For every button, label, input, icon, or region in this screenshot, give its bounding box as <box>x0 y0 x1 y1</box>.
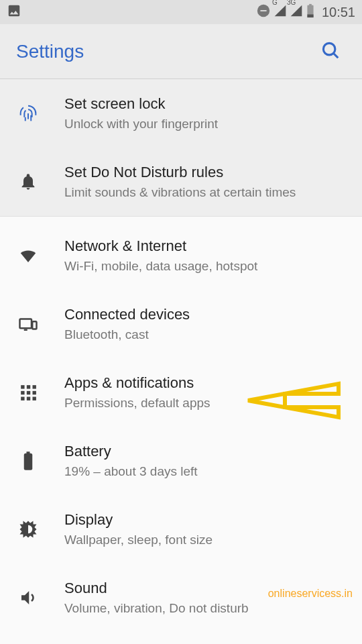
bell-icon <box>16 170 40 194</box>
svg-rect-19 <box>24 453 33 470</box>
item-subtitle: Volume, vibration, Do not disturb <box>64 601 249 616</box>
svg-rect-20 <box>27 451 30 454</box>
svg-rect-4 <box>307 15 313 18</box>
apps-grid-icon <box>16 380 40 405</box>
item-subtitle: Permissions, default apps <box>64 396 210 411</box>
svg-point-5 <box>323 43 335 55</box>
svg-rect-7 <box>20 319 32 329</box>
settings-list: Network & Internet Wi-Fi, mobile, data u… <box>0 221 362 632</box>
status-bar: G 3G 10:51 <box>0 0 362 24</box>
svg-rect-14 <box>27 391 30 394</box>
item-title: Sound <box>64 580 249 597</box>
status-time: 10:51 <box>322 5 355 20</box>
svg-rect-1 <box>260 10 266 11</box>
search-button[interactable] <box>315 35 346 68</box>
item-subtitle: Wi-Fi, mobile, data usage, hotspot <box>64 259 257 274</box>
svg-rect-11 <box>27 385 30 388</box>
page-title: Settings <box>16 41 84 62</box>
suggestion-screen-lock[interactable]: Set screen lock Unlock with your fingerp… <box>0 79 362 148</box>
suggestion-subtitle: Unlock with your fingerprint <box>64 117 218 131</box>
app-bar: Settings <box>0 24 362 79</box>
brightness-icon <box>16 517 40 541</box>
svg-rect-8 <box>32 321 36 329</box>
item-title: Apps & notifications <box>64 374 210 392</box>
fingerprint-icon <box>16 101 40 125</box>
item-title: Network & Internet <box>64 237 257 255</box>
suggestion-dnd[interactable]: Set Do Not Disturb rules Limit sounds & … <box>0 148 362 216</box>
status-right: G 3G 10:51 <box>256 3 355 21</box>
signal-1-icon: G <box>274 4 287 20</box>
item-connected-devices[interactable]: Connected devices Bluetooth, cast <box>0 290 362 358</box>
suggestion-title: Set screen lock <box>64 95 218 113</box>
item-title: Battery <box>64 443 198 460</box>
battery-item-icon <box>16 449 40 473</box>
item-display[interactable]: Display Wallpaper, sleep, font size <box>0 495 362 564</box>
svg-rect-12 <box>33 385 36 388</box>
battery-icon <box>306 3 315 21</box>
item-subtitle: Wallpaper, sleep, font size <box>64 533 213 547</box>
suggestion-subtitle: Limit sounds & vibrations at certain tim… <box>64 185 296 200</box>
search-icon <box>320 52 341 62</box>
status-left <box>7 3 21 21</box>
item-battery[interactable]: Battery 19% – about 3 days left <box>0 427 362 495</box>
svg-line-6 <box>334 54 338 58</box>
item-network[interactable]: Network & Internet Wi-Fi, mobile, data u… <box>0 221 362 290</box>
svg-rect-17 <box>27 397 30 400</box>
suggestion-section: Set screen lock Unlock with your fingerp… <box>0 79 362 216</box>
svg-rect-15 <box>33 391 36 394</box>
picture-icon <box>7 3 21 21</box>
item-title: Connected devices <box>64 306 190 323</box>
suggestion-title: Set Do Not Disturb rules <box>64 164 296 181</box>
watermark: onlineservicess.in <box>268 588 353 600</box>
dnd-icon <box>256 3 271 21</box>
wifi-icon <box>16 244 40 268</box>
item-apps-notifications[interactable]: Apps & notifications Permissions, defaul… <box>0 358 362 427</box>
svg-rect-18 <box>33 397 36 400</box>
devices-icon <box>16 312 40 336</box>
svg-rect-3 <box>309 4 312 6</box>
item-subtitle: 19% – about 3 days left <box>64 464 198 479</box>
svg-rect-10 <box>21 385 24 388</box>
svg-rect-16 <box>21 397 24 400</box>
signal-2-icon: 3G <box>290 4 303 20</box>
volume-icon <box>16 586 40 610</box>
svg-rect-13 <box>21 391 24 394</box>
item-subtitle: Bluetooth, cast <box>64 327 190 342</box>
item-title: Display <box>64 511 213 529</box>
